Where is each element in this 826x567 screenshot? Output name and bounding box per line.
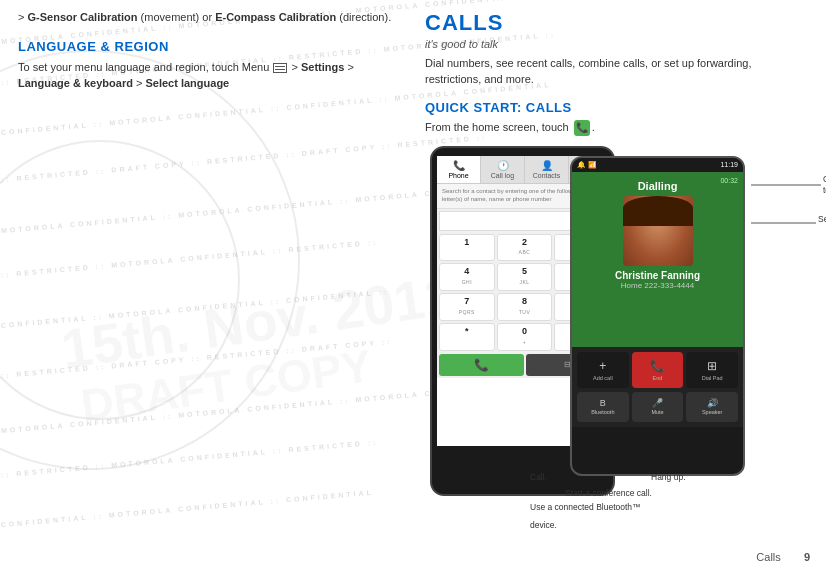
callout-line-send-text bbox=[751, 216, 826, 230]
right-column: CALLS it's good to talk Dial numbers, se… bbox=[415, 0, 826, 567]
bluetooth-button[interactable]: B Bluetooth bbox=[577, 392, 629, 422]
language-region-section: LANGUAGE & REGION To set your menu langu… bbox=[18, 39, 397, 92]
callout-line-open-list bbox=[751, 176, 826, 194]
status-bar: 🔔 📶 11:19 bbox=[572, 158, 743, 172]
dial-key-star[interactable]: * bbox=[439, 323, 495, 351]
dial-key-7[interactable]: 7PQRS bbox=[439, 293, 495, 321]
page-number: 9 bbox=[804, 551, 810, 563]
add-call-button[interactable]: + Add call bbox=[577, 352, 629, 388]
key-main: 0 bbox=[522, 326, 527, 336]
dial-pad-label: Dial Pad bbox=[702, 375, 723, 381]
callout-hangup: Hang up. bbox=[651, 466, 686, 484]
callout-hangup-text: Hang up. bbox=[651, 472, 686, 482]
mute-icon: 🎤 bbox=[652, 398, 663, 408]
calls-description: Dial numbers, see recent calls, combine … bbox=[425, 56, 810, 88]
dial-pad-icon: ⊞ bbox=[707, 359, 717, 373]
tab-phone[interactable]: 📞 Phone bbox=[437, 156, 481, 183]
key-sub: GHI bbox=[462, 279, 472, 285]
tab-phone-label: Phone bbox=[448, 172, 468, 179]
select-language-link: Select language bbox=[145, 77, 229, 89]
speaker-button[interactable]: 🔊 Speaker bbox=[686, 392, 738, 422]
caller-photo-hair bbox=[623, 196, 693, 226]
tab-calllog[interactable]: 🕐 Call log bbox=[481, 156, 525, 183]
key-sub: TUV bbox=[519, 309, 531, 315]
calls-title: CALLS bbox=[425, 10, 810, 36]
left-column: > G-Sensor Calibration (movement) or E-C… bbox=[0, 0, 415, 567]
callout-call: Call. bbox=[530, 466, 547, 484]
add-call-icon: + bbox=[599, 359, 606, 373]
dial-key-1[interactable]: 1 bbox=[439, 234, 495, 262]
g-sensor-bold: G-Sensor Calibration bbox=[27, 11, 137, 23]
callout-call-text: Call. bbox=[530, 472, 547, 482]
key-main: 8 bbox=[522, 296, 527, 306]
dial-key-2[interactable]: 2ABC bbox=[497, 234, 553, 262]
tab-contacts-label: Contacts bbox=[533, 172, 561, 179]
key-main: 5 bbox=[522, 266, 527, 276]
dial-key-8[interactable]: 8TUV bbox=[497, 293, 553, 321]
page-footer: Calls 9 bbox=[756, 551, 810, 563]
language-keyboard-link: Language & keyboard bbox=[18, 77, 133, 89]
calling-green-area: Dialling 00:32 Christine Fanning Home 22… bbox=[572, 172, 743, 347]
diagram-area: 📞 Phone 🕐 Call log 👤 Contacts ★ Favorite… bbox=[425, 146, 815, 506]
calling-lower: + Add call 📞 End ⊞ Dial Pad B B bbox=[572, 347, 743, 427]
speaker-icon: 🔊 bbox=[707, 398, 718, 408]
tab-contacts[interactable]: 👤 Contacts bbox=[525, 156, 569, 183]
status-icons: 🔔 📶 bbox=[577, 161, 597, 169]
key-sub: + bbox=[523, 339, 526, 345]
add-call-label: Add call bbox=[593, 375, 613, 381]
calling-actions-row: + Add call 📞 End ⊞ Dial Pad bbox=[577, 352, 738, 388]
key-main: 2 bbox=[522, 237, 527, 247]
caller-photo bbox=[623, 196, 693, 266]
status-time: 11:19 bbox=[720, 161, 738, 168]
key-sub: ABC bbox=[519, 249, 531, 255]
dialling-label: Dialling bbox=[577, 180, 738, 192]
end-call-icon: 📞 bbox=[650, 359, 665, 373]
caller-type: Home 222-333-4444 bbox=[577, 281, 738, 290]
phone-tab-icon: 📞 bbox=[453, 160, 465, 171]
calls-subtitle: it's good to talk bbox=[425, 38, 810, 50]
key-main: * bbox=[465, 326, 469, 336]
dial-key-0[interactable]: 0+ bbox=[497, 323, 553, 351]
bluetooth-label: Bluetooth bbox=[591, 409, 614, 415]
key-sub: JKL bbox=[519, 279, 529, 285]
callout-send-text-text: Send a text message. bbox=[818, 214, 826, 224]
dial-key-4[interactable]: 4GHI bbox=[439, 263, 495, 291]
call-button[interactable]: 📞 bbox=[439, 354, 524, 376]
call-button-icon: 📞 bbox=[474, 358, 489, 372]
calling-bottom-row: B Bluetooth 🎤 Mute 🔊 Speaker bbox=[577, 392, 738, 422]
e-compass-bold: E-Compass Calibration bbox=[215, 11, 336, 23]
bluetooth-icon: B bbox=[600, 398, 606, 408]
dial-pad-button[interactable]: ⊞ Dial Pad bbox=[686, 352, 738, 388]
language-region-title: LANGUAGE & REGION bbox=[18, 39, 397, 54]
key-main: 7 bbox=[464, 296, 469, 306]
tab-calllog-label: Call log bbox=[491, 172, 514, 179]
callout-bluetooth-text: Use a connected Bluetooth™device. bbox=[530, 502, 641, 530]
quick-start-text: From the home screen, touch . bbox=[425, 120, 810, 136]
key-main: 4 bbox=[464, 266, 469, 276]
mute-button[interactable]: 🎤 Mute bbox=[632, 392, 684, 422]
key-main: 1 bbox=[464, 237, 469, 247]
contacts-tab-icon: 👤 bbox=[541, 160, 553, 171]
intro-text: > G-Sensor Calibration (movement) or E-C… bbox=[18, 10, 397, 25]
call-timer: 00:32 bbox=[720, 177, 738, 184]
key-sub: PQRS bbox=[459, 309, 475, 315]
phone-app-icon bbox=[574, 120, 590, 136]
calllog-tab-icon: 🕐 bbox=[497, 160, 509, 171]
calling-screen: 🔔 📶 11:19 Dialling 00:32 Christine Fanni… bbox=[570, 156, 745, 476]
language-region-body: To set your menu language and region, to… bbox=[18, 60, 397, 92]
caller-name: Christine Fanning bbox=[577, 270, 738, 281]
end-call-label: End bbox=[653, 375, 663, 381]
mute-label: Mute bbox=[651, 409, 663, 415]
quick-start-title: QUICK START: CALLS bbox=[425, 100, 810, 115]
menu-icon bbox=[273, 63, 287, 73]
dial-key-5[interactable]: 5JKL bbox=[497, 263, 553, 291]
end-call-button[interactable]: 📞 End bbox=[632, 352, 684, 388]
callout-bluetooth: Use a connected Bluetooth™device. bbox=[530, 496, 641, 532]
footer-label: Calls bbox=[756, 551, 780, 563]
settings-link: Settings bbox=[301, 61, 344, 73]
speaker-label: Speaker bbox=[702, 409, 723, 415]
